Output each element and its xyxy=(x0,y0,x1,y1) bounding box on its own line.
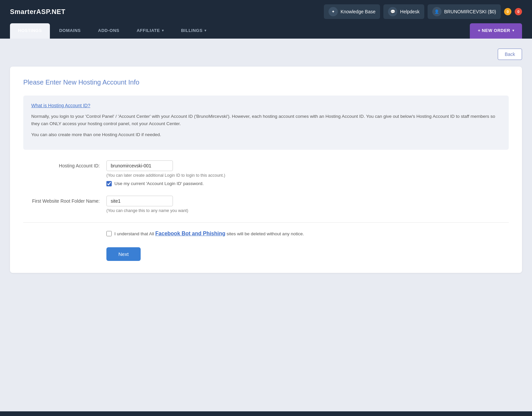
next-button[interactable]: Next xyxy=(106,247,141,261)
notice-row: I understand that All Facebook Bot and P… xyxy=(23,231,509,237)
hosting-account-id-label: Hosting Account ID: xyxy=(23,160,100,168)
info-box-paragraph1: Normally, you login to your 'Control Pan… xyxy=(31,113,501,127)
helpdesk-label: Helpdesk xyxy=(400,9,419,14)
user-nav[interactable]: 👤 BRUNOMIRCEVSKI ($0) xyxy=(428,4,501,19)
notice-checkbox[interactable] xyxy=(106,231,112,236)
folder-name-hint: (You can change this to any name you wan… xyxy=(106,208,188,213)
hosting-account-id-input[interactable] xyxy=(106,160,173,171)
knowledge-base-icon: ✦ xyxy=(329,7,338,16)
notice-text: I understand that All Facebook Bot and P… xyxy=(114,231,304,237)
hosting-account-id-hint: (You can later create additional Login I… xyxy=(106,173,225,178)
hosting-account-id-row: Hosting Account ID: (You can later creat… xyxy=(23,160,509,186)
logo: SmarterASP.NET xyxy=(10,8,66,16)
back-button[interactable]: Back xyxy=(498,49,522,60)
folder-name-row: First Website Root Folder Name: (You can… xyxy=(23,196,509,213)
nav-tabs: HOSTINGS DOMAINS ADD-ONS AFFILIATE ▾ BIL… xyxy=(0,23,532,39)
info-box-title[interactable]: What is Hosting Account ID? xyxy=(31,103,501,108)
folder-name-label: First Website Root Folder Name: xyxy=(23,196,100,204)
tab-add-ons[interactable]: ADD-ONS xyxy=(90,23,127,39)
form-card: Please Enter New Hosting Account Info Wh… xyxy=(10,67,522,273)
back-row: Back xyxy=(10,49,522,60)
tab-billings[interactable]: BILLINGS ▾ xyxy=(173,23,214,39)
knowledge-base-nav[interactable]: ✦ Knowledge Base xyxy=(324,4,380,19)
helpdesk-icon: 💬 xyxy=(388,7,397,16)
hosting-account-id-group: (You can later create additional Login I… xyxy=(106,160,225,186)
tab-new-order[interactable]: + NEW ORDER ▾ xyxy=(470,23,522,39)
use-password-row: Use my current 'Account Login ID' passwo… xyxy=(106,181,225,186)
main-area: Back Please Enter New Hosting Account In… xyxy=(0,39,532,411)
knowledge-base-label: Knowledge Base xyxy=(340,9,375,14)
tab-hostings[interactable]: HOSTINGS xyxy=(10,23,50,39)
user-label: BRUNOMIRCEVSKI ($0) xyxy=(444,9,496,14)
folder-name-input[interactable] xyxy=(106,196,173,206)
header: SmarterASP.NET ✦ Knowledge Base 💬 Helpde… xyxy=(0,0,532,23)
badge-red: 0 xyxy=(515,8,522,15)
info-box: What is Hosting Account ID? Normally, yo… xyxy=(23,96,509,150)
use-password-checkbox[interactable] xyxy=(106,181,112,186)
info-box-paragraph2: You can also create more than one Hostin… xyxy=(31,131,501,138)
use-password-label: Use my current 'Account Login ID' passwo… xyxy=(114,181,204,186)
badge-orange: 0 xyxy=(504,8,511,15)
folder-name-group: (You can change this to any name you wan… xyxy=(106,196,188,213)
form-divider xyxy=(23,222,509,223)
card-title: Please Enter New Hosting Account Info xyxy=(23,79,509,86)
header-right: ✦ Knowledge Base 💬 Helpdesk 👤 BRUNOMIRCE… xyxy=(324,4,522,19)
tab-affiliate[interactable]: AFFILIATE ▾ xyxy=(129,23,172,39)
user-icon: 👤 xyxy=(432,7,442,16)
chevron-down-icon: ▾ xyxy=(162,29,164,32)
chevron-down-icon: ▾ xyxy=(512,29,514,32)
helpdesk-nav[interactable]: 💬 Helpdesk xyxy=(383,4,424,19)
tab-domains[interactable]: DOMAINS xyxy=(51,23,89,39)
chevron-down-icon: ▾ xyxy=(204,29,206,32)
